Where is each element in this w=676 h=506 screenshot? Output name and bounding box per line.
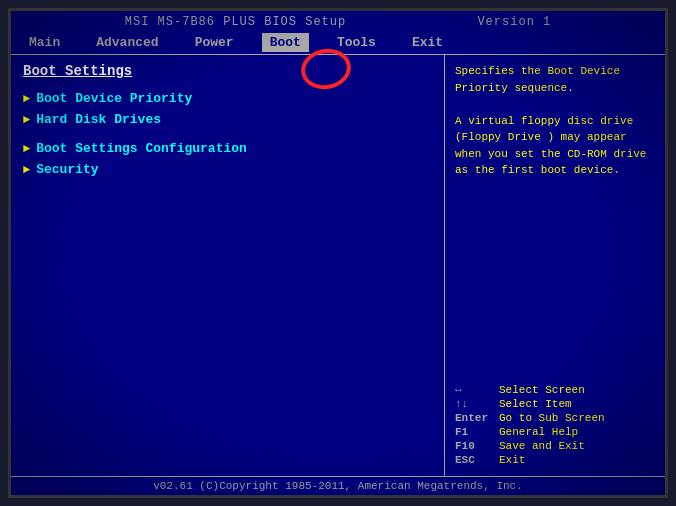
separator-1: [23, 133, 432, 141]
entry-label-boot-device-priority: Boot Device Priority: [36, 91, 192, 106]
key-desc-esc: Exit: [499, 454, 525, 466]
key-enter: Enter: [455, 412, 495, 424]
entry-label-hard-disk-drives: Hard Disk Drives: [36, 112, 161, 127]
bios-version: Version 1: [477, 15, 551, 29]
key-desc-enter: Go to Sub Screen: [499, 412, 605, 424]
key-ud-arrows: ↑↓: [455, 398, 495, 410]
menu-exit[interactable]: Exit: [404, 33, 451, 52]
entry-security[interactable]: ► Security: [23, 162, 432, 177]
monitor: MSI MS-7B86 PLUS BIOS Setup Version 1 Ma…: [8, 8, 668, 498]
help-text-content: Specifies the Boot Device Priority seque…: [455, 65, 646, 176]
key-row-enter: Enter Go to Sub Screen: [455, 412, 655, 424]
entry-label-security: Security: [36, 162, 98, 177]
status-bar: v02.61 (C)Copyright 1985-2011, American …: [11, 476, 665, 495]
bios-content: Boot Settings ► Boot Device Priority ► H…: [11, 55, 665, 476]
key-row-f1: F1 General Help: [455, 426, 655, 438]
key-desc-select-screen: Select Screen: [499, 384, 585, 396]
key-legend: ↔ Select Screen ↑↓ Select Item Enter Go …: [455, 384, 655, 468]
help-text: Specifies the Boot Device Priority seque…: [455, 63, 655, 179]
menu-advanced[interactable]: Advanced: [88, 33, 166, 52]
arrow-icon-3: ►: [23, 142, 30, 156]
entry-hard-disk-drives[interactable]: ► Hard Disk Drives: [23, 112, 432, 127]
menu-bar: Main Advanced Power Boot Tools Exit: [11, 31, 665, 55]
menu-power[interactable]: Power: [187, 33, 242, 52]
key-arrows: ↔: [455, 384, 495, 396]
menu-main[interactable]: Main: [21, 33, 68, 52]
bios-title: MSI MS-7B86 PLUS BIOS Setup Version 1: [11, 11, 665, 31]
key-f1: F1: [455, 426, 495, 438]
key-row-esc: ESC Exit: [455, 454, 655, 466]
key-esc: ESC: [455, 454, 495, 466]
section-title: Boot Settings: [23, 63, 432, 79]
right-panel: Specifies the Boot Device Priority seque…: [445, 55, 665, 476]
status-bar-text: v02.61 (C)Copyright 1985-2011, American …: [153, 480, 523, 492]
menu-boot[interactable]: Boot: [262, 33, 309, 52]
entry-boot-device-priority[interactable]: ► Boot Device Priority: [23, 91, 432, 106]
key-desc-f1: General Help: [499, 426, 578, 438]
entry-label-boot-settings-configuration: Boot Settings Configuration: [36, 141, 247, 156]
arrow-icon-4: ►: [23, 163, 30, 177]
key-desc-select-item: Select Item: [499, 398, 572, 410]
key-desc-f10: Save and Exit: [499, 440, 585, 452]
key-f10: F10: [455, 440, 495, 452]
key-row-select-item: ↑↓ Select Item: [455, 398, 655, 410]
bios-title-text: MSI MS-7B86 PLUS BIOS Setup: [125, 15, 346, 29]
key-row-select-screen: ↔ Select Screen: [455, 384, 655, 396]
arrow-icon-2: ►: [23, 113, 30, 127]
menu-tools[interactable]: Tools: [329, 33, 384, 52]
key-row-f10: F10 Save and Exit: [455, 440, 655, 452]
bios-screen: MSI MS-7B86 PLUS BIOS Setup Version 1 Ma…: [11, 11, 665, 495]
arrow-icon-1: ►: [23, 92, 30, 106]
left-panel: Boot Settings ► Boot Device Priority ► H…: [11, 55, 445, 476]
entry-boot-settings-configuration[interactable]: ► Boot Settings Configuration: [23, 141, 432, 156]
